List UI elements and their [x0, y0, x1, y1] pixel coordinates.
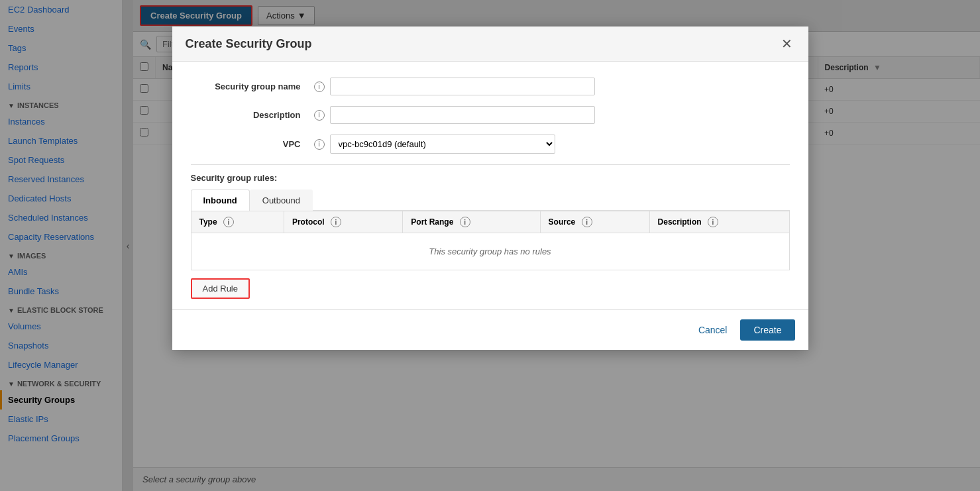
rules-section-label: Security group rules:: [191, 173, 790, 183]
description-input[interactable]: [330, 106, 595, 124]
form-row-vpc: VPC i vpc-bc9c01d9 (default): [191, 135, 790, 154]
protocol-info-icon[interactable]: i: [331, 217, 341, 227]
rules-col-type: Type i: [191, 211, 284, 233]
vpc-select[interactable]: vpc-bc9c01d9 (default): [330, 135, 555, 154]
create-security-group-modal: Create Security Group ✕ Security group n…: [172, 27, 808, 350]
modal-overlay: Create Security Group ✕ Security group n…: [0, 0, 980, 491]
rules-tabs: Inbound Outbound: [191, 190, 790, 211]
description-info-icon[interactable]: i: [314, 110, 325, 121]
cancel-button[interactable]: Cancel: [692, 319, 734, 341]
create-button[interactable]: Create: [740, 319, 794, 341]
rules-col-description: Description i: [649, 211, 789, 233]
rules-desc-info-icon[interactable]: i: [708, 217, 718, 227]
tab-outbound[interactable]: Outbound: [250, 190, 313, 211]
form-label-vpc: VPC: [191, 139, 310, 149]
modal-close-button[interactable]: ✕: [779, 36, 795, 52]
form-row-name: Security group name i: [191, 78, 790, 95]
add-rule-button[interactable]: Add Rule: [191, 278, 250, 299]
no-rules-row: This security group has no rules: [191, 233, 789, 270]
vpc-info-icon[interactable]: i: [314, 139, 325, 150]
name-info-icon[interactable]: i: [314, 82, 325, 92]
modal-title: Create Security Group: [186, 37, 312, 51]
rules-col-port-range: Port Range i: [403, 211, 540, 233]
source-info-icon[interactable]: i: [582, 217, 592, 227]
tab-inbound[interactable]: Inbound: [191, 190, 250, 211]
divider: [191, 164, 790, 165]
modal-body: Security group name i Description i VPC …: [172, 62, 808, 309]
rules-col-protocol: Protocol i: [284, 211, 402, 233]
rules-table: Type i Protocol i Port Range i Source i: [191, 211, 790, 270]
modal-footer: Cancel Create: [172, 309, 808, 350]
security-group-name-input[interactable]: [330, 78, 595, 95]
no-rules-message: This security group has no rules: [191, 233, 789, 270]
form-label-description: Description: [191, 110, 310, 120]
rules-col-source: Source i: [540, 211, 649, 233]
port-range-info-icon[interactable]: i: [460, 217, 470, 227]
type-info-icon[interactable]: i: [223, 217, 234, 227]
form-row-description: Description i: [191, 106, 790, 124]
modal-header: Create Security Group ✕: [172, 27, 808, 62]
form-label-name: Security group name: [191, 82, 310, 91]
